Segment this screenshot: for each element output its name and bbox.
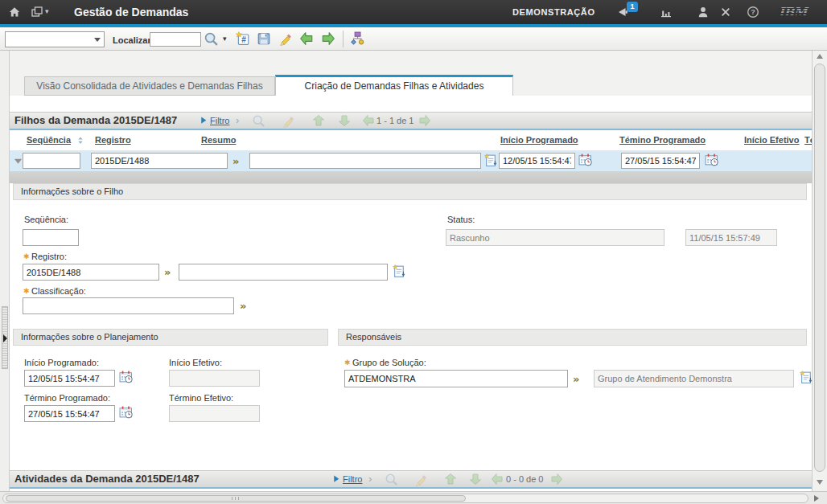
inicio-efetivo-field	[169, 370, 260, 387]
application-window: ▾ Gestão de Demandas DEMONSTRAÇÃO 1 IBM …	[0, 0, 827, 504]
home-icon[interactable]	[8, 6, 21, 18]
row-resumo-input[interactable]	[249, 153, 481, 169]
scrollbar-grip	[232, 497, 240, 500]
profile-icon[interactable]	[697, 6, 710, 18]
sequencia-label: Seqüência:	[24, 215, 68, 224]
sequencia-input[interactable]	[23, 229, 79, 246]
grupo-solucao-input[interactable]	[344, 370, 568, 387]
move-up-icon	[444, 473, 457, 486]
termino-efetivo-field	[169, 405, 260, 422]
termino-programado-input[interactable]	[24, 405, 115, 422]
calendar-icon[interactable]	[119, 370, 133, 383]
registro-descricao-input[interactable]	[179, 264, 388, 281]
detail-menu-icon[interactable]: »	[573, 374, 579, 384]
calendar-icon[interactable]	[705, 153, 718, 166]
classificacao-label: Classificação:	[31, 286, 86, 296]
long-description-icon[interactable]	[393, 264, 406, 278]
horizontal-scrollbar[interactable]	[0, 491, 827, 504]
column-sequencia[interactable]: Seqüência	[27, 135, 71, 145]
column-registro[interactable]: Registro	[95, 135, 131, 145]
tab-visao-consolidada[interactable]: Visão Consolidada de Atividades e Demand…	[24, 76, 275, 96]
column-inicio-programado[interactable]: Início Programado	[500, 135, 578, 145]
column-resumo[interactable]: Resumo	[201, 135, 236, 145]
next-page-icon	[550, 473, 563, 486]
row-inicio-programado-input[interactable]	[499, 153, 575, 169]
required-icon: ✱	[23, 287, 30, 296]
splitter-handle[interactable]	[2, 306, 8, 369]
sort-icon[interactable]	[76, 136, 85, 145]
filter-collapsed-chevron-icon: ›	[236, 113, 239, 129]
scroll-right-icon[interactable]	[814, 495, 819, 502]
find-input[interactable]	[150, 32, 201, 47]
edit-table-icon	[414, 473, 428, 486]
detail-menu-icon[interactable]: »	[232, 156, 239, 166]
grupo-solucao-label: Grupo de Solução:	[352, 358, 426, 367]
atividades-table-header: Atividades da Demanda 2015DE/1487 Filtro…	[10, 470, 812, 489]
calendar-icon[interactable]	[578, 153, 592, 166]
registro-input[interactable]	[23, 264, 159, 281]
status-date-field	[685, 229, 777, 246]
ibm-logo: IBM	[779, 6, 807, 18]
search-icon[interactable]	[204, 31, 219, 47]
column-inicio-efetivo[interactable]: Início Efetivo	[744, 135, 799, 145]
detail-menu-icon[interactable]: »	[164, 267, 171, 277]
go-to-applications-button[interactable]: ▾	[31, 6, 53, 18]
search-options-caret-icon[interactable]: ▾	[223, 35, 227, 43]
table-row: »	[10, 150, 812, 171]
toolbar: Localizar: ▾	[0, 27, 827, 51]
tab-criacao-demandas[interactable]: Criação de Demandas Filhas e Atividades	[275, 75, 513, 96]
inicio-efetivo-label: Início Efetivo:	[169, 358, 222, 367]
action-select[interactable]	[5, 31, 105, 47]
termino-programado-label: Término Programado:	[24, 393, 110, 403]
next-page-icon	[418, 114, 431, 127]
classificacao-input[interactable]	[23, 297, 234, 314]
scroll-up-icon[interactable]	[817, 54, 823, 59]
sign-out-icon[interactable]	[719, 6, 732, 18]
detail-menu-icon[interactable]: »	[240, 301, 246, 311]
help-icon[interactable]	[747, 6, 759, 18]
row-termino-programado-input[interactable]	[621, 153, 700, 169]
reports-icon[interactable]	[660, 6, 673, 18]
row-sequencia-input[interactable]	[23, 153, 80, 169]
edit-table-icon	[282, 114, 295, 128]
horizontal-scrollbar-track[interactable]	[2, 494, 808, 503]
save-icon[interactable]	[257, 31, 271, 46]
environment-label: DEMONSTRAÇÃO	[512, 7, 595, 17]
inicio-programado-input[interactable]	[24, 370, 115, 387]
row-registro-input[interactable]	[91, 153, 228, 169]
calendar-icon[interactable]	[119, 405, 133, 419]
horizontal-scrollbar-thumb[interactable]	[6, 495, 466, 502]
vertical-scrollbar[interactable]	[812, 51, 827, 491]
route-workflow-icon[interactable]	[350, 31, 364, 46]
row-detail-divider	[10, 171, 812, 183]
find-label: Localizar:	[113, 35, 154, 45]
search-rows-icon	[252, 114, 265, 128]
move-up-icon	[312, 114, 325, 127]
scroll-down-icon[interactable]	[817, 480, 823, 485]
filhos-table-header: Filhos da Demanda 2015DE/1487 Filtro › 1…	[10, 112, 812, 130]
column-termino-programado[interactable]: Témino Programado	[619, 135, 706, 145]
filter-expand-icon[interactable]	[332, 474, 342, 484]
applications-icon	[31, 6, 43, 18]
titlebar: ▾ Gestão de Demandas DEMONSTRAÇÃO 1 IBM	[0, 0, 827, 24]
filter-expand-icon[interactable]	[200, 116, 209, 125]
previous-record-icon[interactable]	[299, 31, 314, 46]
vertical-scrollbar-thumb[interactable]	[814, 64, 825, 472]
long-description-icon[interactable]	[484, 154, 498, 167]
previous-page-icon	[362, 114, 375, 127]
move-down-icon	[469, 473, 482, 486]
search-rows-icon	[385, 473, 398, 486]
next-record-icon[interactable]	[321, 31, 335, 46]
registro-label: Registro:	[31, 252, 67, 261]
termino-efetivo-label: Término Efetivo:	[169, 393, 233, 403]
required-icon: ✱	[23, 252, 30, 261]
filhos-filter-link[interactable]: Filtro	[210, 113, 229, 129]
clear-changes-icon[interactable]	[278, 31, 293, 46]
section-responsaveis-header: Responsáveis	[338, 329, 807, 346]
chevron-down-icon	[94, 38, 101, 42]
filhos-title: Filhos da Demanda 2015DE/1487	[14, 113, 177, 129]
grupo-solucao-descricao-field	[594, 370, 794, 387]
new-record-icon[interactable]	[236, 31, 250, 46]
atividades-filter-link[interactable]: Filtro	[343, 471, 362, 487]
atividades-title: Atividades da Demanda 2015DE/1487	[14, 471, 200, 487]
